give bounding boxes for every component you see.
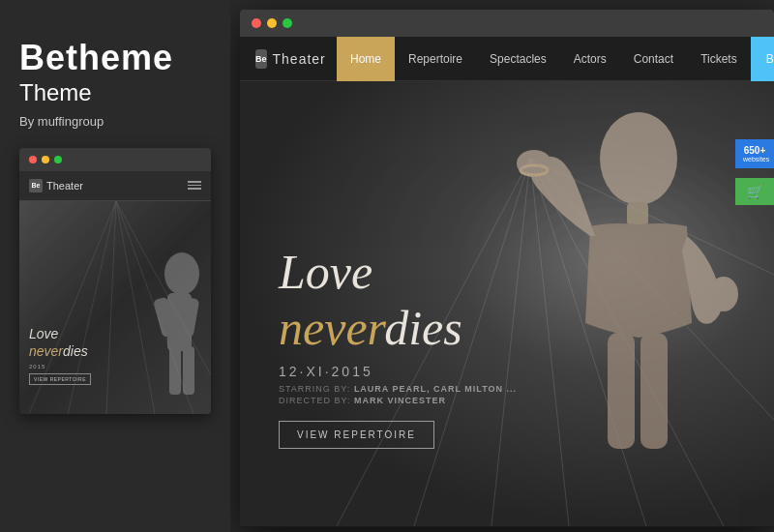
sidebar: Betheme Theme By muffingroup Be Theater xyxy=(0,0,230,532)
hero-dies-text: dies xyxy=(384,301,462,355)
badge-650: 650+ websites xyxy=(735,139,774,168)
svg-rect-25 xyxy=(608,333,635,449)
main-navbar: Be Theater Home Repertoire Spectacles Ac… xyxy=(240,37,774,81)
mini-hero: Love neverdies 2015 VIEW REPERTOIRE xyxy=(19,201,211,414)
hero-section: Love neverdies 12·XI·2015 STARRING BY: L… xyxy=(240,81,774,526)
mini-dies-text: dies xyxy=(63,343,88,359)
mini-logo: Be Theater xyxy=(29,179,83,192)
nav-brand-text: Theater xyxy=(273,51,326,67)
svg-rect-10 xyxy=(169,346,181,395)
hero-starring: STARRING BY: LAURA PEARL, CARL MILTON ..… xyxy=(279,384,517,394)
main-dot-yellow xyxy=(267,18,277,28)
hero-directed: DIRECTED BY: MARK VINCESTER xyxy=(279,396,517,405)
svg-line-2 xyxy=(106,201,116,414)
mini-dot-yellow xyxy=(42,156,49,163)
nav-item-actors[interactable]: Actors xyxy=(560,37,620,81)
be-logo-icon: Be xyxy=(255,49,267,69)
hero-content: Love neverdies 12·XI·2015 STARRING BY: L… xyxy=(279,244,517,449)
main-nav-logo: Be Theater xyxy=(240,49,337,69)
svg-point-22 xyxy=(709,277,738,311)
sidebar-app-subtitle: Theme xyxy=(19,79,211,106)
sidebar-app-title: Betheme xyxy=(19,39,211,77)
svg-point-20 xyxy=(600,112,677,205)
nav-item-spectacles[interactable]: Spectacles xyxy=(476,37,560,81)
mini-date: 2015 xyxy=(29,364,91,369)
hero-love-text: Love xyxy=(279,244,517,300)
main-dot-green xyxy=(283,18,292,28)
hero-date: 12·XI·2015 xyxy=(279,364,517,379)
mini-dot-green xyxy=(54,156,62,163)
mini-titlebar xyxy=(19,148,211,171)
hero-neverdies-text: neverdies xyxy=(279,300,517,356)
main-browser-window: Be Theater Home Repertoire Spectacles Ac… xyxy=(240,10,774,527)
main-titlebar xyxy=(240,10,774,37)
mini-figure-svg xyxy=(129,250,211,414)
nav-buy-button[interactable]: Buy now xyxy=(751,37,774,81)
sidebar-author-label: By xyxy=(19,114,34,129)
hero-cta-button[interactable]: VIEW REPERTOIRE xyxy=(279,421,434,449)
mini-cta-btn[interactable]: VIEW REPERTOIRE xyxy=(29,373,91,385)
hero-never-text: never xyxy=(279,301,384,355)
nav-item-repertoire[interactable]: Repertoire xyxy=(395,37,476,81)
nav-item-contact[interactable]: Contact xyxy=(620,37,687,81)
main-dot-red xyxy=(252,18,261,28)
mini-preview-window: Be Theater xyxy=(19,148,211,414)
sidebar-author-name: muffingroup xyxy=(38,114,104,129)
sidebar-author: By muffingroup xyxy=(19,114,211,129)
nav-items: Home Repertoire Spectacles Actors Contac… xyxy=(337,37,751,81)
mini-text-overlay: Love neverdies 2015 VIEW REPERTOIRE xyxy=(29,327,91,384)
mini-neverdies-text: neverdies xyxy=(29,342,91,360)
mini-never-text: never xyxy=(29,343,63,359)
svg-rect-11 xyxy=(183,346,194,395)
mini-logo-icon: Be xyxy=(29,179,43,192)
mini-love-text: Love xyxy=(29,327,91,341)
mini-dot-red xyxy=(29,156,37,163)
svg-rect-21 xyxy=(627,202,648,226)
mini-hamburger-icon[interactable] xyxy=(188,181,201,190)
mini-brand: Theater xyxy=(46,180,83,192)
svg-point-6 xyxy=(164,252,199,295)
mini-navbar: Be Theater xyxy=(19,171,211,201)
nav-item-tickets[interactable]: Tickets xyxy=(687,37,751,81)
hero-figure-svg xyxy=(484,101,755,517)
nav-item-home[interactable]: Home xyxy=(337,37,395,81)
svg-rect-26 xyxy=(640,333,668,449)
badge-cart[interactable]: 🛒 xyxy=(735,178,774,205)
